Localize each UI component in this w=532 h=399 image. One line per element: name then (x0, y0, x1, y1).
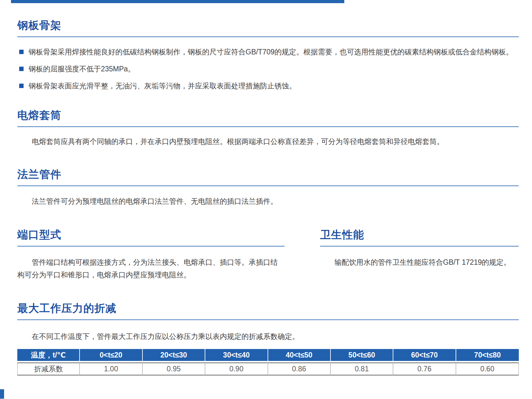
bullet-text: 钢板骨架采用焊接性能良好的低碳结构钢板制作，钢板的尺寸应符合GB/T709的规定… (29, 47, 513, 57)
table-header-cell: 30<t≤40 (205, 349, 268, 363)
section-electrofusion-sleeve: 电熔套筒 电熔套筒应具有两个同轴的承口，并在承口内壁预埋电阻丝。根据两端承口公称… (17, 109, 519, 148)
table-body: 折减系数 1.00 0.95 0.90 0.86 0.81 0.76 0.60 (17, 363, 519, 375)
table-header-cell: 50<t≤60 (331, 349, 393, 363)
table-header-cell: 20<t≤30 (143, 349, 205, 363)
table-cell: 0.60 (456, 363, 519, 375)
section-steel-frame: 钢板骨架 钢板骨架采用焊接性能良好的低碳结构钢板制作，钢板的尺寸应符合GB/T7… (17, 19, 519, 91)
table-header-cell: 60<t≤70 (393, 349, 456, 363)
bullet-text: 钢板的屈服强度不低于235MPa。 (29, 64, 135, 74)
section-paragraph: 管件端口结构可根据连接方式，分为法兰接头、电熔承口、插口等。承插口结构可分为平口… (17, 256, 285, 281)
section-paragraph: 输配饮用水的管件卫生性能应符合GB/T 17219的规定。 (320, 256, 519, 269)
title-underline (320, 246, 519, 247)
table-cell: 0.95 (143, 363, 205, 375)
bullet-square-icon (19, 50, 24, 54)
list-item: 钢板的屈服强度不低于235MPa。 (17, 64, 519, 74)
table-header: 温度，t/℃ 0<t≤20 20<t≤30 30<t≤40 40<t≤50 50… (17, 349, 519, 363)
table-header-cell: 温度，t/℃ (17, 349, 80, 363)
pressure-reduction-table: 温度，t/℃ 0<t≤20 20<t≤30 30<t≤40 40<t≤50 50… (17, 349, 519, 375)
section-max-pressure-reduction: 最大工作压力的折减 在不同工作温度下，管件最大工作压力应以公称压力乘以表内规定的… (17, 302, 519, 375)
section-title-flange-fittings: 法兰管件 (17, 168, 519, 181)
section-paragraph: 在不同工作温度下，管件最大工作压力应以公称压力乘以表内规定的折减系数确定。 (17, 330, 519, 343)
table-header-cell: 0<t≤20 (80, 349, 142, 363)
table-cell: 1.00 (80, 363, 142, 375)
section-title-hygiene-performance: 卫生性能 (320, 228, 519, 241)
title-underline (17, 36, 519, 37)
section-title-max-pressure-reduction: 最大工作压力的折减 (17, 302, 519, 315)
table-cell: 折减系数 (17, 363, 80, 375)
table-header-cell: 40<t≤50 (268, 349, 331, 363)
section-title-steel-frame: 钢板骨架 (17, 19, 519, 32)
table-cell: 0.76 (393, 363, 456, 375)
section-port-type: 端口型式 管件端口结构可根据连接方式，分为法兰接头、电熔承口、插口等。承插口结构… (17, 228, 285, 281)
section-paragraph: 法兰管件可分为预埋电阻丝的电熔承口法兰管件、无电阻丝的插口法兰插件。 (17, 195, 519, 208)
bullet-text: 钢板骨架表面应光滑平整，无油污、灰垢等污物，并应采取表面处理措施防止锈蚀。 (29, 80, 296, 91)
page-content: 钢板骨架 钢板骨架采用焊接性能良好的低碳结构钢板制作，钢板的尺寸应符合GB/T7… (0, 19, 532, 375)
table-cell: 0.86 (268, 363, 331, 375)
bottom-page-tab (0, 389, 4, 399)
table-row: 折减系数 1.00 0.95 0.90 0.86 0.81 0.76 0.60 (17, 363, 519, 375)
table-header-cell: 70<t≤80 (456, 349, 519, 363)
title-underline (17, 186, 519, 186)
section-title-port-type: 端口型式 (17, 228, 285, 241)
section-flange-fittings: 法兰管件 法兰管件可分为预埋电阻丝的电熔承口法兰管件、无电阻丝的插口法兰插件。 (17, 168, 519, 208)
section-title-electrofusion-sleeve: 电熔套筒 (17, 109, 519, 122)
table-cell: 0.81 (331, 363, 393, 375)
table-cell: 0.90 (205, 363, 268, 375)
two-column-row: 端口型式 管件端口结构可根据连接方式，分为法兰接头、电熔承口、插口等。承插口结构… (17, 228, 519, 281)
title-underline (17, 246, 285, 247)
title-underline (17, 126, 519, 127)
list-item: 钢板骨架采用焊接性能良好的低碳结构钢板制作，钢板的尺寸应符合GB/T709的规定… (17, 47, 519, 57)
section-paragraph: 电熔套筒应具有两个同轴的承口，并在承口内壁预埋电阻丝。根据两端承口公称直径差异，… (17, 135, 519, 148)
table-header-row: 温度，t/℃ 0<t≤20 20<t≤30 30<t≤40 40<t≤50 50… (17, 349, 519, 363)
bullet-square-icon (19, 84, 24, 88)
list-item: 钢板骨架表面应光滑平整，无油污、灰垢等污物，并应采取表面处理措施防止锈蚀。 (17, 80, 519, 91)
bullet-list: 钢板骨架采用焊接性能良好的低碳结构钢板制作，钢板的尺寸应符合GB/T709的规定… (17, 47, 519, 91)
title-underline (17, 319, 519, 320)
bullet-square-icon (19, 67, 24, 71)
top-decoration-bar (11, 0, 344, 3)
section-hygiene-performance: 卫生性能 输配饮用水的管件卫生性能应符合GB/T 17219的规定。 (320, 228, 519, 281)
